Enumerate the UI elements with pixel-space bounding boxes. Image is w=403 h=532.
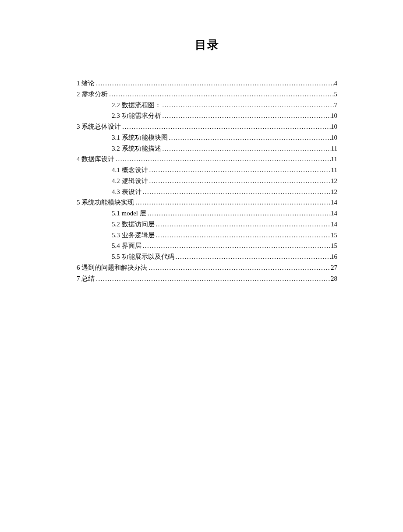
toc-dot-leader [148, 165, 331, 176]
toc-entry-label: 6 遇到的问题和解决办法 [77, 262, 147, 273]
toc-dot-leader [148, 176, 331, 187]
toc-entry-page: 12 [331, 187, 337, 197]
toc-dot-leader [161, 110, 331, 121]
toc-entry: 4 数据库设计11 [77, 154, 337, 165]
toc-dot-leader [108, 89, 334, 100]
toc-entry-page: 10 [331, 110, 337, 121]
toc-dot-leader [155, 230, 331, 241]
toc-entry-page: 15 [331, 230, 337, 241]
toc-entry: 5.5 功能展示以及代码16 [77, 251, 337, 262]
toc-entry-label: 4 数据库设计 [77, 154, 114, 165]
toc-entry-label: 4.3 表设计 [112, 187, 141, 197]
toc-entry: 4.3 表设计12 [77, 187, 337, 197]
toc-dot-leader [95, 78, 334, 89]
toc-entry-page: 14 [331, 219, 337, 230]
toc-entry-page: 10 [331, 132, 337, 143]
toc-entry-label: 5.1 model 层 [112, 208, 146, 219]
document-page: 目录 1 绪论42 需求分析52.2 数据流程图：72.3 功能需求分析103 … [0, 0, 403, 284]
toc-entry: 6 遇到的问题和解决办法27 [77, 262, 337, 273]
toc-dot-leader [141, 187, 331, 197]
toc-entry-page: 11 [331, 143, 337, 154]
toc-entry-label: 5.4 界面层 [112, 240, 141, 251]
toc-entry-label: 7 总结 [77, 273, 95, 284]
toc-dot-leader [146, 208, 331, 219]
toc-entry: 3 系统总体设计10 [77, 121, 337, 132]
table-of-contents: 1 绪论42 需求分析52.2 数据流程图：72.3 功能需求分析103 系统总… [77, 78, 337, 284]
toc-entry-page: 14 [331, 197, 337, 208]
toc-entry: 5.4 界面层15 [77, 240, 337, 251]
toc-entry: 2.2 数据流程图：7 [77, 100, 337, 111]
toc-entry: 2.3 功能需求分析10 [77, 110, 337, 121]
toc-entry-page: 27 [331, 262, 337, 273]
toc-dot-leader [134, 197, 331, 208]
toc-entry-label: 3.2 系统功能描述 [112, 143, 161, 154]
toc-entry-label: 3 系统总体设计 [77, 121, 121, 132]
toc-entry-label: 4.2 逻辑设计 [112, 176, 148, 187]
toc-entry-label: 5.3 业务逻辑层 [112, 230, 155, 241]
toc-entry: 3.1 系统功能模块图10 [77, 132, 337, 143]
toc-entry-label: 1 绪论 [77, 78, 95, 89]
toc-dot-leader [121, 121, 331, 132]
toc-entry-page: 7 [334, 100, 338, 111]
toc-entry-label: 2.2 数据流程图： [112, 100, 161, 111]
toc-dot-leader [155, 219, 331, 230]
toc-entry-page: 4 [334, 78, 338, 89]
toc-entry: 2 需求分析5 [77, 89, 337, 100]
toc-dot-leader [147, 262, 331, 273]
toc-entry: 7 总结28 [77, 273, 337, 284]
toc-entry: 1 绪论4 [77, 78, 337, 89]
toc-entry: 5.1 model 层14 [77, 208, 337, 219]
toc-entry-label: 4.1 概念设计 [112, 165, 148, 176]
toc-entry: 3.2 系统功能描述11 [77, 143, 337, 154]
toc-entry-page: 12 [331, 176, 337, 187]
toc-title: 目录 [77, 37, 337, 53]
toc-entry-page: 11 [331, 165, 337, 176]
toc-dot-leader [95, 273, 331, 284]
toc-entry-page: 14 [331, 208, 337, 219]
toc-entry: 5 系统功能模块实现14 [77, 197, 337, 208]
toc-entry-page: 16 [331, 251, 337, 262]
toc-entry-label: 5.2 数据访问层 [112, 219, 155, 230]
toc-entry-page: 11 [331, 154, 337, 165]
toc-entry: 5.2 数据访问层14 [77, 219, 337, 230]
toc-entry-label: 5.5 功能展示以及代码 [112, 251, 174, 262]
toc-entry-label: 2.3 功能需求分析 [112, 110, 161, 121]
toc-entry-page: 5 [334, 89, 338, 100]
toc-dot-leader [161, 143, 331, 154]
toc-entry: 5.3 业务逻辑层15 [77, 230, 337, 241]
toc-entry-label: 5 系统功能模块实现 [77, 197, 134, 208]
toc-entry-page: 15 [331, 240, 337, 251]
toc-entry: 4.2 逻辑设计12 [77, 176, 337, 187]
toc-entry-label: 2 需求分析 [77, 89, 108, 100]
toc-entry-page: 28 [331, 273, 337, 284]
toc-dot-leader [141, 240, 331, 251]
toc-entry-label: 3.1 系统功能模块图 [112, 132, 168, 143]
toc-dot-leader [161, 100, 334, 111]
toc-dot-leader [174, 251, 331, 262]
toc-entry: 4.1 概念设计11 [77, 165, 337, 176]
toc-entry-page: 10 [331, 121, 337, 132]
toc-dot-leader [168, 132, 331, 143]
toc-dot-leader [114, 154, 331, 165]
